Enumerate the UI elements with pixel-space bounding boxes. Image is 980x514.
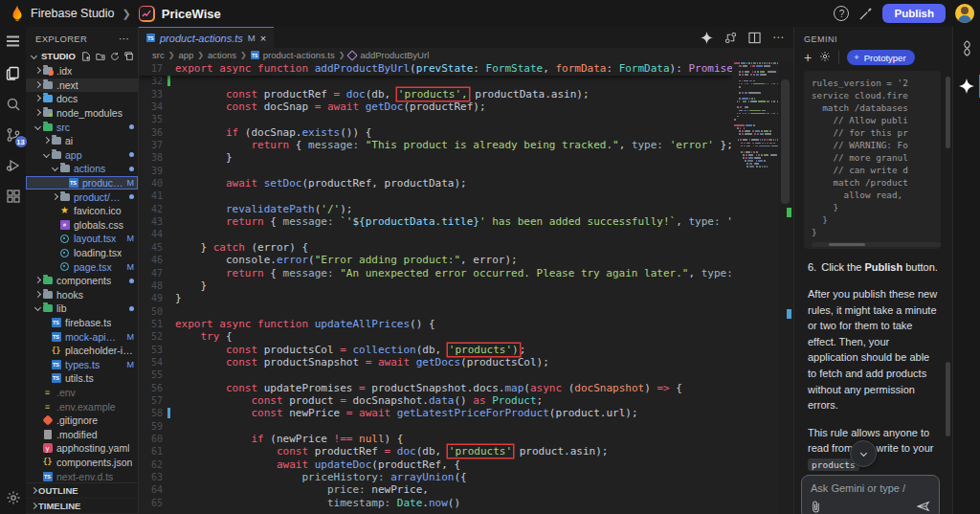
run-debug-icon[interactable] xyxy=(5,157,22,174)
file-tree-item[interactable]: TSproduct…M xyxy=(26,176,138,190)
file-tree-item[interactable]: .gitignore xyxy=(26,413,138,428)
minimap[interactable] xyxy=(732,62,778,514)
gemini-chat-input[interactable]: Ask Gemini or type / xyxy=(801,475,940,514)
file-tree-item[interactable]: lib xyxy=(26,302,138,316)
code-text: const updatePromises = productSnapshot.d… xyxy=(175,382,682,394)
code-line: 59 xyxy=(139,420,732,433)
react-icon xyxy=(59,234,70,244)
file-tree-item[interactable]: {}placeholder-im… xyxy=(26,344,138,358)
file-tree-item[interactable]: yapphosting.yaml xyxy=(26,441,138,456)
file-tree-item[interactable]: TSnext-env.d.ts xyxy=(26,469,138,482)
explorer-more-icon[interactable]: ⋯ xyxy=(119,33,130,45)
file-tree-item[interactable]: .idx xyxy=(26,64,138,78)
attach-file-icon[interactable] xyxy=(811,501,821,513)
file-name: types.ts xyxy=(65,359,100,370)
file-tree-item[interactable]: layout.tsxM xyxy=(26,232,138,246)
breadcrumb[interactable]: src❯app❯actions❯TSproduct-actions.ts❯add… xyxy=(139,48,793,62)
user-avatar[interactable] xyxy=(955,4,974,23)
breadcrumb-item[interactable]: product-actions.ts xyxy=(263,50,335,60)
file-tree-item[interactable]: .next xyxy=(26,78,138,93)
file-tree-item[interactable]: app xyxy=(26,148,138,163)
file-tree-item[interactable]: product/… xyxy=(26,190,138,204)
file-tree-item[interactable]: node_modules xyxy=(26,106,138,121)
scrollbar-thumb[interactable] xyxy=(781,79,790,204)
code-area[interactable]: 17export async function addProductByUrl(… xyxy=(139,62,732,514)
file-tree-item[interactable]: TStypes.tsM xyxy=(26,357,138,371)
collapse-all-icon[interactable] xyxy=(124,52,134,61)
split-editor-icon[interactable] xyxy=(748,32,761,44)
breadcrumb-item[interactable]: src xyxy=(152,50,165,60)
new-folder-icon[interactable] xyxy=(96,52,105,61)
outline-section[interactable]: OUTLINE xyxy=(26,483,138,499)
tab-close-icon[interactable]: × xyxy=(260,33,266,44)
tree-arrow-icon xyxy=(34,95,41,101)
search-icon[interactable] xyxy=(5,96,22,113)
gemini-settings-icon[interactable] xyxy=(819,51,831,64)
editor-scrollbar[interactable] xyxy=(778,62,793,514)
new-chat-icon[interactable]: + xyxy=(804,52,812,63)
file-tree-item[interactable]: ≡.env xyxy=(26,386,138,400)
breadcrumb-item[interactable]: actions xyxy=(208,50,236,60)
gemini-scrollbar-thumb[interactable] xyxy=(946,77,950,148)
timeline-section[interactable]: TIMELINE xyxy=(26,499,138,514)
breadcrumb-item[interactable]: app xyxy=(178,50,193,60)
tab-label: product-actions.ts xyxy=(160,33,243,44)
folder-icon xyxy=(59,164,70,174)
gemini-spark-icon[interactable] xyxy=(701,32,713,44)
prototyper-mode-button[interactable]: ✦ Prototyper xyxy=(847,50,914,65)
file-name: lib xyxy=(56,302,67,314)
publish-button[interactable]: Publish xyxy=(882,4,946,23)
refresh-icon[interactable] xyxy=(110,52,120,61)
send-icon[interactable] xyxy=(917,501,930,512)
source-control-icon[interactable]: 13 xyxy=(5,126,22,144)
project-icon[interactable] xyxy=(139,6,155,22)
settings-gear-icon[interactable] xyxy=(5,489,22,506)
file-tree-item[interactable]: ≡.env.example xyxy=(26,399,138,413)
file-tree-item[interactable]: TSutils.ts xyxy=(26,371,138,386)
file-tree-item[interactable]: src xyxy=(26,120,138,134)
gemini-chat-spark-icon[interactable] xyxy=(957,77,976,96)
tab-product-actions[interactable]: TS product-actions.ts M × xyxy=(139,27,274,48)
menu-icon[interactable] xyxy=(5,33,22,50)
new-file-icon[interactable] xyxy=(81,52,91,61)
tree-arrow-icon xyxy=(43,137,50,144)
file-tree-item[interactable]: {}components.json xyxy=(26,456,138,470)
code-block-hscrollbar[interactable] xyxy=(812,242,941,247)
breadcrumb-separator-icon: ❯ xyxy=(168,51,175,59)
gemini-scrollbar-thumb-2[interactable] xyxy=(946,362,950,436)
diff-editor-icon[interactable] xyxy=(724,32,737,44)
code-line: 49} xyxy=(139,292,732,304)
editor-more-actions-icon[interactable]: ⋯ xyxy=(772,31,784,44)
firestore-rules-code-block[interactable]: rules_version = '2 service cloud.fire ma… xyxy=(804,71,941,249)
file-name: page.tsx xyxy=(74,261,112,273)
file-tree-item[interactable]: page.tsxM xyxy=(26,259,138,274)
modified-dot xyxy=(129,152,134,157)
file-tree-item[interactable]: .modified xyxy=(26,427,138,441)
modified-dot xyxy=(129,306,134,311)
gemini-logo-icon[interactable] xyxy=(957,38,976,57)
scroll-to-bottom-button[interactable] xyxy=(850,440,877,467)
magic-wand-icon[interactable] xyxy=(858,7,873,21)
file-tree-item[interactable]: TSmock-api…M xyxy=(26,329,138,344)
file-tree-item[interactable]: hooks xyxy=(26,288,138,302)
extensions-icon[interactable] xyxy=(5,188,22,205)
code-line: 64 price: newPrice, xyxy=(139,483,732,496)
git-modified-badge: M xyxy=(124,178,135,188)
file-tree-item[interactable]: actions xyxy=(26,162,138,176)
file-tree-item[interactable]: docs xyxy=(26,92,138,106)
studio-section-header[interactable]: STUDIO xyxy=(26,49,138,64)
file-tree-item[interactable]: ai xyxy=(26,134,138,148)
line-number: 42 xyxy=(139,203,175,215)
code-line: 33 const productRef = doc(db, 'products'… xyxy=(139,88,732,101)
explorer-icon[interactable] xyxy=(5,65,22,82)
file-tree-item[interactable]: components xyxy=(26,274,138,288)
file-tree-item[interactable]: ★favicon.ico xyxy=(26,204,138,218)
file-tree-item[interactable]: TSfirebase.ts xyxy=(26,316,138,330)
help-icon[interactable]: ? xyxy=(834,6,849,21)
file-tree-item[interactable]: loading.tsx xyxy=(26,246,138,260)
file-tree-item[interactable]: #globals.css xyxy=(26,218,138,233)
instruction-step: 6. Click the Publish button. xyxy=(794,249,952,275)
breadcrumb-item[interactable]: addProductByUrl xyxy=(360,50,429,60)
file-name: ai xyxy=(65,135,73,146)
code-text: timestamp: Date.now() xyxy=(175,497,460,509)
